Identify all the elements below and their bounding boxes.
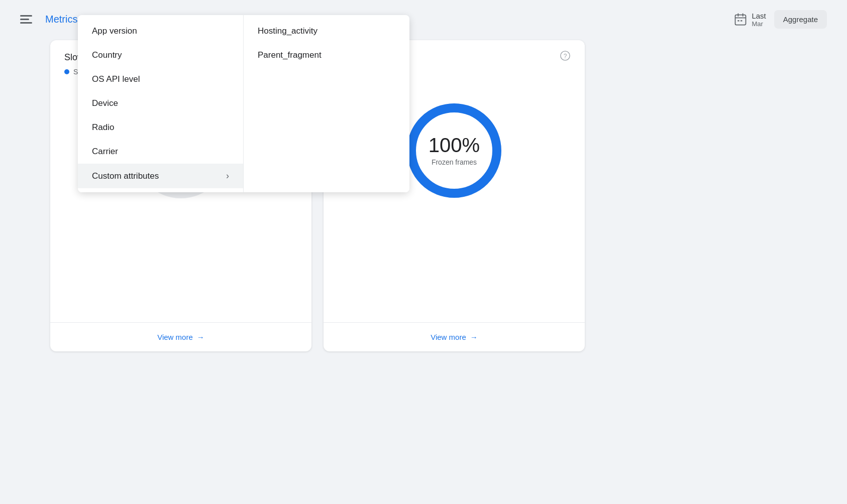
question-icon: ? bbox=[560, 50, 571, 61]
filter-area: Metrics bbox=[20, 14, 77, 25]
frozen-arrow-icon: → bbox=[470, 333, 478, 341]
frozen-donut-container: 100% Frozen frames bbox=[399, 95, 509, 206]
dropdown-right-panel: Hosting_activity Parent_fragment bbox=[244, 15, 409, 192]
calendar-area[interactable]: Last Mar bbox=[733, 12, 766, 28]
aggregate-button[interactable]: Aggregate bbox=[774, 10, 827, 29]
dropdown-left-panel: App version Country OS API level Device … bbox=[78, 15, 244, 192]
menu-item-country-label: Country bbox=[92, 50, 122, 60]
menu-item-radio-label: Radio bbox=[92, 122, 114, 133]
menu-item-hosting-activity[interactable]: Hosting_activity bbox=[244, 19, 409, 43]
filter-icon[interactable] bbox=[20, 14, 34, 25]
card2-footer: View more → bbox=[324, 322, 585, 351]
menu-item-custom-attributes-label: Custom attributes bbox=[92, 171, 159, 181]
menu-item-app-version[interactable]: App version bbox=[78, 19, 243, 43]
frozen-view-more-link[interactable]: View more → bbox=[431, 333, 478, 341]
menu-item-radio[interactable]: Radio bbox=[78, 115, 243, 140]
svg-rect-4 bbox=[738, 20, 740, 21]
menu-item-parent-fragment[interactable]: Parent_fragment bbox=[244, 43, 409, 67]
menu-item-os-api-level-label: OS API level bbox=[92, 74, 140, 84]
calendar-text: Last Mar bbox=[752, 12, 766, 28]
hosting-activity-label: Hosting_activity bbox=[258, 26, 317, 36]
menu-item-carrier-label: Carrier bbox=[92, 147, 118, 157]
svg-rect-5 bbox=[740, 20, 743, 21]
top-right: Last Mar Aggregate bbox=[733, 10, 827, 29]
parent-fragment-label: Parent_fragment bbox=[258, 50, 322, 60]
menu-item-device[interactable]: Device bbox=[78, 91, 243, 115]
calendar-icon bbox=[733, 13, 748, 27]
svg-rect-0 bbox=[735, 15, 746, 25]
card1-footer: View more → bbox=[50, 322, 311, 351]
menu-item-device-label: Device bbox=[92, 98, 118, 108]
slow-arrow-icon: → bbox=[197, 333, 204, 341]
dropdown-menu: App version Country OS API level Device … bbox=[78, 15, 409, 192]
metrics-label: Metrics bbox=[45, 14, 77, 25]
chevron-right-icon: › bbox=[226, 171, 229, 181]
slow-view-more-text: View more bbox=[157, 333, 193, 341]
menu-item-country[interactable]: Country bbox=[78, 43, 243, 67]
slow-view-more-link[interactable]: View more → bbox=[157, 333, 204, 341]
frozen-donut-center: 100% Frozen frames bbox=[429, 135, 480, 166]
menu-item-custom-attributes[interactable]: Custom attributes › bbox=[78, 164, 243, 188]
frozen-view-more-text: View more bbox=[431, 333, 466, 341]
frozen-sublabel: Frozen frames bbox=[429, 158, 480, 166]
menu-item-app-version-label: App version bbox=[92, 26, 137, 36]
blue-dot bbox=[64, 69, 69, 74]
svg-text:?: ? bbox=[564, 53, 567, 60]
menu-item-os-api-level[interactable]: OS API level bbox=[78, 67, 243, 91]
frozen-percent: 100% bbox=[429, 135, 480, 155]
menu-item-carrier[interactable]: Carrier bbox=[78, 140, 243, 164]
